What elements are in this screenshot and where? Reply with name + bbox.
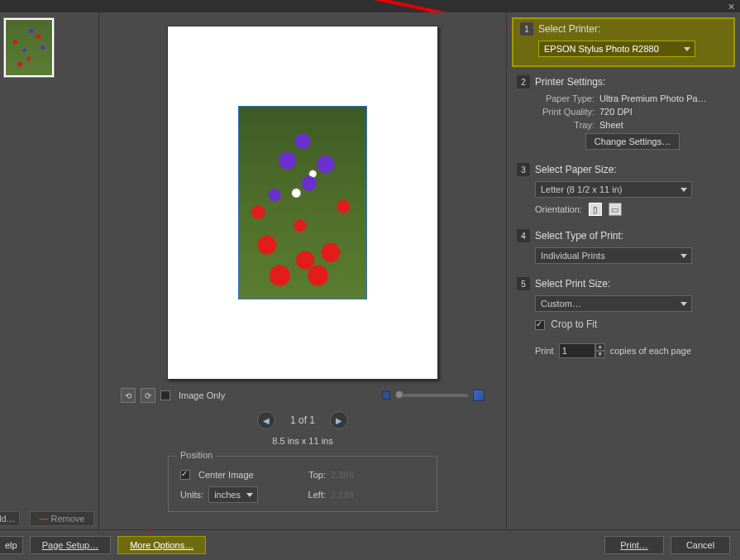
crop-to-fit-label: Crop to Fit	[551, 318, 597, 330]
printer-dropdown[interactable]: EPSON Stylus Photo R2880	[538, 41, 695, 57]
position-legend: Position	[177, 450, 216, 460]
print-copies-label: Print	[535, 346, 554, 356]
paper-type-label: Paper Type:	[546, 93, 594, 103]
image-only-label: Image Only	[179, 390, 225, 400]
step-number-1: 1	[520, 22, 533, 36]
settings-panel: 1 Select Printer: EPSON Stylus Photo R28…	[507, 12, 740, 529]
tray-label: Tray:	[574, 120, 594, 130]
thumbnail-image	[6, 20, 52, 75]
orientation-portrait-icon[interactable]: ▯	[589, 203, 602, 216]
preview-panel: ⟲ ⟳ Image Only ◀ 1 of 1 ▶ 8.5 ins x 11 i…	[99, 12, 507, 529]
page-setup-button[interactable]: Page Setup…	[30, 536, 112, 554]
remove-button[interactable]: —Remove	[30, 511, 94, 526]
step-title-3: Select Paper Size:	[535, 164, 617, 175]
step-number-2: 2	[517, 75, 530, 89]
units-dropdown[interactable]: inches	[208, 486, 258, 503]
zoom-slider[interactable]	[395, 394, 468, 397]
rotate-ccw-icon[interactable]: ⟲	[121, 388, 136, 403]
remove-label: Remove	[51, 514, 85, 524]
tray-value: Sheet	[599, 120, 707, 130]
step-number-3: 3	[517, 163, 530, 176]
spinner-down-icon[interactable]: ▼	[595, 351, 605, 358]
position-group: Position Center Image Top: 2.388 Units: …	[168, 456, 437, 512]
copies-row: Print ▲▼ copies of each page	[517, 343, 730, 358]
position-top-label: Top:	[301, 470, 326, 480]
step-title-1: Select Printer:	[538, 23, 600, 35]
close-icon[interactable]: ✕	[728, 2, 735, 12]
position-top-value: 2.388	[331, 470, 354, 480]
preview-toolbar: ⟲ ⟳ Image Only	[121, 388, 485, 403]
help-button[interactable]: elp	[0, 536, 23, 554]
copies-spinner[interactable]: ▲▼	[559, 343, 605, 358]
print-size-dropdown[interactable]: Custom…	[535, 295, 692, 312]
orientation-label: Orientation:	[535, 204, 582, 214]
copies-input[interactable]	[559, 343, 595, 358]
minus-icon: —	[40, 514, 49, 524]
print-type-dropdown[interactable]: Individual Prints	[535, 247, 692, 264]
zoom-in-icon[interactable]	[473, 390, 485, 401]
step-print-size: 5 Select Print Size: Custom… Crop to Fit	[517, 277, 730, 337]
units-label: Units:	[180, 490, 203, 500]
change-settings-button[interactable]: Change Settings…	[585, 133, 680, 150]
more-options-button[interactable]: More Options…	[117, 536, 206, 554]
thumbnail-panel: dd… —Remove	[0, 12, 99, 529]
prev-page-button[interactable]: ◀	[257, 411, 275, 429]
rotate-cw-icon[interactable]: ⟳	[141, 388, 155, 403]
position-left-label: Left:	[301, 490, 326, 500]
page-dimensions-label: 8.5 ins x 11 ins	[272, 436, 332, 446]
step-title-4: Select Type of Print:	[535, 230, 623, 242]
step-number-4: 4	[517, 229, 530, 242]
print-quality-label: Print Quality:	[542, 107, 594, 117]
page-nav: ◀ 1 of 1 ▶	[257, 411, 348, 429]
print-preview-paper	[167, 26, 438, 380]
step-printer-settings: 2 Printer Settings: Paper Type:Ultra Pre…	[517, 75, 730, 156]
center-image-checkbox[interactable]	[180, 470, 190, 480]
paper-size-dropdown[interactable]: Letter (8 1/2 x 11 in)	[535, 181, 692, 198]
step-select-printer: 1 Select Printer: EPSON Stylus Photo R28…	[512, 17, 735, 67]
zoom-thumb[interactable]	[395, 390, 403, 399]
step-print-type: 4 Select Type of Print: Individual Print…	[517, 229, 730, 270]
next-page-button[interactable]: ▶	[330, 411, 348, 429]
titlebar: ✕	[0, 0, 740, 12]
print-quality-value: 720 DPI	[599, 107, 707, 117]
add-button[interactable]: dd…	[0, 511, 20, 526]
copies-suffix-label: copies of each page	[610, 346, 691, 356]
thumbnail-item[interactable]	[3, 17, 55, 78]
position-left-value: 2.138	[331, 490, 354, 500]
center-image-label: Center Image	[198, 470, 254, 480]
orientation-landscape-icon[interactable]: ▭	[609, 203, 622, 216]
cancel-button[interactable]: Cancel	[671, 536, 730, 554]
page-indicator: 1 of 1	[290, 414, 315, 426]
step-paper-size: 3 Select Paper Size: Letter (8 1/2 x 11 …	[517, 163, 730, 223]
spinner-up-icon[interactable]: ▲	[595, 343, 605, 351]
print-preview-photo[interactable]	[238, 106, 367, 299]
step-number-5: 5	[517, 277, 530, 290]
bottom-bar: elp Page Setup… More Options… Print… Can…	[0, 529, 740, 559]
step-title-2: Printer Settings:	[535, 76, 605, 88]
image-only-checkbox[interactable]	[160, 390, 170, 400]
crop-to-fit-checkbox[interactable]	[535, 320, 545, 330]
paper-type-value: Ultra Premium Photo Pa…	[599, 93, 707, 103]
print-button[interactable]: Print…	[604, 536, 664, 554]
step-title-5: Select Print Size:	[535, 278, 610, 290]
zoom-out-icon[interactable]	[382, 391, 390, 400]
